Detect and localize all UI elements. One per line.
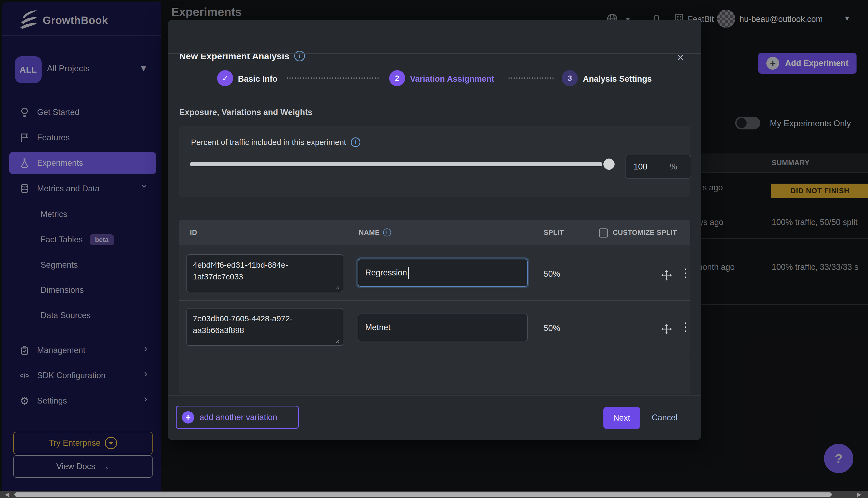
info-icon[interactable]: i: [294, 51, 305, 61]
info-icon[interactable]: i: [351, 137, 360, 147]
step-3-label[interactable]: Analysis Settings: [583, 74, 652, 84]
variation-name-input[interactable]: Regression: [358, 259, 528, 287]
customize-split-checkbox[interactable]: [599, 228, 608, 237]
resize-grip-icon[interactable]: [335, 339, 340, 344]
next-button[interactable]: Next: [603, 407, 640, 429]
new-experiment-analysis-modal: New Experiment Analysis i × ✓ Basic Info…: [168, 20, 701, 440]
resize-grip-icon[interactable]: [335, 285, 340, 290]
add-variation-button[interactable]: + add another variation: [176, 406, 299, 429]
name-header-text: NAME: [359, 228, 380, 237]
modal-header-divider: [168, 53, 701, 54]
traffic-label-text: Percent of traffic included in this expe…: [191, 138, 346, 147]
scroll-left-icon[interactable]: ◀: [5, 491, 9, 498]
add-variation-label: add another variation: [200, 412, 277, 422]
variation-name-value: Regression: [365, 268, 407, 277]
scrollbar-thumb[interactable]: [14, 493, 832, 497]
kebab-menu-icon[interactable]: ⋮: [680, 268, 691, 278]
step-1-circle[interactable]: ✓: [217, 70, 233, 86]
variation-split: 50%: [544, 324, 560, 333]
variation-name-input[interactable]: Metnet: [358, 314, 528, 341]
drag-move-icon[interactable]: [661, 323, 672, 335]
text-caret: [408, 267, 409, 279]
step-2-circle[interactable]: 2: [389, 70, 405, 86]
step-2-label[interactable]: Variation Assignment: [410, 74, 494, 84]
traffic-value-box: %: [626, 155, 691, 179]
section-title: Exposure, Variations and Weights: [179, 107, 312, 117]
variation-split: 50%: [544, 269, 560, 279]
step-connector: [508, 77, 554, 79]
traffic-unit: %: [670, 162, 677, 172]
step-connector: [287, 77, 379, 79]
plus-icon: +: [182, 411, 194, 423]
variation-name-value: Metnet: [365, 323, 390, 332]
traffic-value-input[interactable]: [633, 162, 666, 172]
variations-table-body: 4ebdf4f6-ed31-41bd-884e-1af37dc7c033 Reg…: [179, 245, 690, 394]
cancel-button[interactable]: Cancel: [652, 413, 678, 422]
kebab-menu-icon[interactable]: ⋮: [680, 322, 691, 332]
customize-split-label: CUSTOMIZE SPLIT: [613, 220, 677, 245]
scroll-right-icon[interactable]: ▶: [857, 491, 861, 498]
info-icon[interactable]: i: [383, 228, 391, 236]
horizontal-scrollbar[interactable]: ◀ ▶: [0, 491, 868, 498]
variation-id-input[interactable]: 7e03db60-7605-4428-a972-aa3b66a3f898: [186, 308, 343, 346]
traffic-label: Percent of traffic included in this expe…: [191, 137, 360, 147]
traffic-slider[interactable]: [190, 162, 602, 166]
drag-move-icon[interactable]: [661, 269, 672, 281]
id-header: ID: [190, 220, 197, 245]
traffic-panel: Percent of traffic included in this expe…: [179, 126, 690, 197]
variations-table-header: ID NAME i SPLIT CUSTOMIZE SPLIT: [179, 220, 690, 245]
modal-title: New Experiment Analysis i: [179, 51, 305, 61]
step-3-circle[interactable]: 3: [562, 70, 578, 86]
variation-id-input[interactable]: 4ebdf4f6-ed31-41bd-884e-1af37dc7c033: [186, 254, 343, 292]
split-header: SPLIT: [544, 220, 564, 245]
modal-footer-divider: [168, 395, 701, 395]
app-root: GrowthBook ALL All Projects ▾ Get Starte…: [0, 0, 868, 498]
variation-row-divider: [179, 355, 690, 355]
step-1-label[interactable]: Basic Info: [238, 74, 277, 84]
name-header: NAME i: [359, 220, 391, 245]
variation-row-divider: [179, 300, 690, 301]
traffic-slider-thumb[interactable]: [603, 158, 615, 170]
modal-title-text: New Experiment Analysis: [179, 51, 290, 61]
